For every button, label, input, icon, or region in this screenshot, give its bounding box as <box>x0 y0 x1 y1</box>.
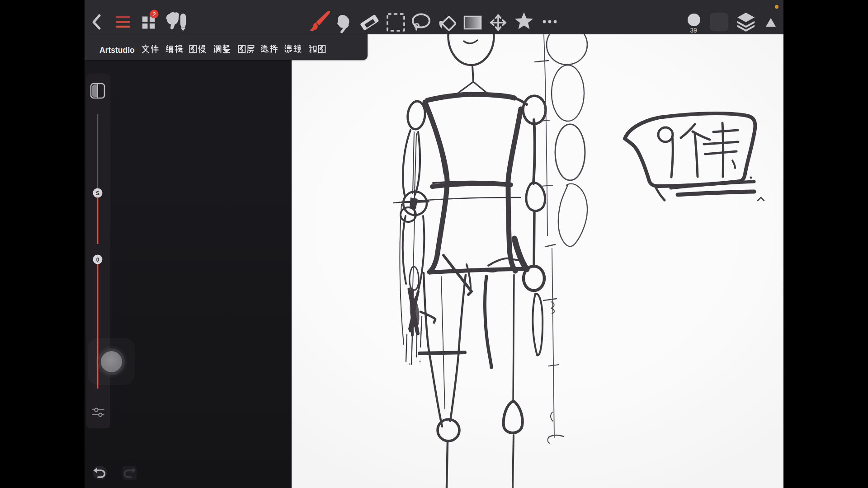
svg-text:2: 2 <box>152 11 156 18</box>
svg-text:S: S <box>96 190 99 197</box>
svg-text:39: 39 <box>690 27 697 34</box>
svg-text:Artstudio: Artstudio <box>99 46 135 55</box>
svg-text:0: 0 <box>96 257 99 263</box>
